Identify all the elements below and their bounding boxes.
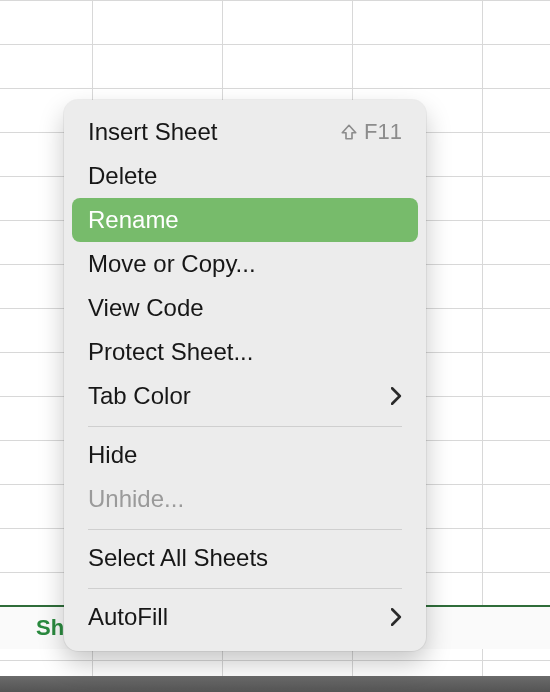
menu-item-label: Protect Sheet... [88,338,402,366]
window-bottom-strip [0,676,550,692]
menu-item-label: Unhide... [88,485,402,513]
menu-item-protect-sheet[interactable]: Protect Sheet... [72,330,418,374]
menu-item-label: Move or Copy... [88,250,402,278]
menu-item-rename[interactable]: Rename [72,198,418,242]
menu-item-label: View Code [88,294,402,322]
menu-item-label: Tab Color [88,382,391,410]
menu-item-label: Insert Sheet [88,118,340,146]
menu-item-select-all-sheets[interactable]: Select All Sheets [72,536,418,580]
menu-item-shortcut: F11 [340,119,402,145]
menu-separator [88,426,402,427]
chevron-right-icon [391,387,402,405]
menu-item-delete[interactable]: Delete [72,154,418,198]
sheet-tab-active[interactable]: Sh [36,615,64,641]
menu-item-hide[interactable]: Hide [72,433,418,477]
menu-item-insert-sheet[interactable]: Insert Sheet F11 [72,110,418,154]
menu-item-label: Hide [88,441,402,469]
menu-separator [88,529,402,530]
menu-item-label: AutoFill [88,603,391,631]
menu-item-move-or-copy[interactable]: Move or Copy... [72,242,418,286]
shift-key-icon [340,123,358,141]
menu-item-view-code[interactable]: View Code [72,286,418,330]
menu-item-unhide: Unhide... [72,477,418,521]
menu-item-label: Rename [88,206,402,234]
menu-item-label: Select All Sheets [88,544,402,572]
menu-item-label: Delete [88,162,402,190]
menu-item-tab-color[interactable]: Tab Color [72,374,418,418]
chevron-right-icon [391,608,402,626]
menu-separator [88,588,402,589]
menu-item-autofill[interactable]: AutoFill [72,595,418,639]
sheet-context-menu: Insert Sheet F11 Delete Rename Move or C… [64,100,426,651]
viewport: Sh Insert Sheet F11 Delete Rename Move o… [0,0,550,692]
